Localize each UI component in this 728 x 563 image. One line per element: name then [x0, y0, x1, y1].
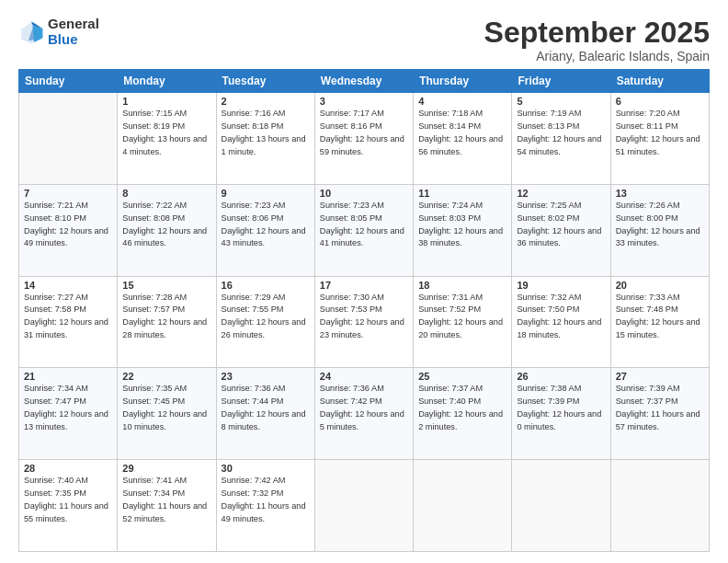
- day-number: 18: [418, 280, 506, 291]
- day-info: Sunrise: 7:17 AMSunset: 8:16 PMDaylight:…: [320, 109, 404, 155]
- day-number: 16: [222, 280, 310, 291]
- day-info: Sunrise: 7:19 AMSunset: 8:13 PMDaylight:…: [517, 109, 601, 155]
- day-cell: 4 Sunrise: 7:18 AMSunset: 8:14 PMDayligh…: [414, 93, 512, 185]
- day-number: 7: [24, 188, 112, 199]
- day-cell: [414, 460, 512, 552]
- logo-icon: [18, 19, 44, 45]
- day-number: 28: [24, 463, 112, 474]
- day-cell: 21 Sunrise: 7:34 AMSunset: 7:47 PMDaylig…: [19, 368, 118, 460]
- day-cell: 3 Sunrise: 7:17 AMSunset: 8:16 PMDayligh…: [314, 93, 413, 185]
- week-row-2: 7 Sunrise: 7:21 AMSunset: 8:10 PMDayligh…: [19, 184, 710, 276]
- day-info: Sunrise: 7:29 AMSunset: 7:55 PMDaylight:…: [222, 293, 306, 339]
- day-number: 6: [616, 96, 704, 107]
- day-number: 24: [320, 371, 408, 382]
- day-cell: 15 Sunrise: 7:28 AMSunset: 7:57 PMDaylig…: [118, 276, 216, 368]
- day-number: 12: [517, 188, 605, 199]
- day-number: 22: [122, 371, 210, 382]
- day-cell: [512, 460, 610, 552]
- week-row-5: 28 Sunrise: 7:40 AMSunset: 7:35 PMDaylig…: [19, 460, 710, 552]
- day-number: 25: [418, 371, 506, 382]
- day-info: Sunrise: 7:21 AMSunset: 8:10 PMDaylight:…: [24, 201, 108, 247]
- day-cell: 29 Sunrise: 7:41 AMSunset: 7:34 PMDaylig…: [118, 460, 216, 552]
- day-info: Sunrise: 7:41 AMSunset: 7:34 PMDaylight:…: [122, 476, 207, 523]
- day-info: Sunrise: 7:30 AMSunset: 7:53 PMDaylight:…: [320, 293, 404, 339]
- day-number: 11: [418, 188, 506, 199]
- day-cell: 16 Sunrise: 7:29 AMSunset: 7:55 PMDaylig…: [216, 276, 314, 368]
- day-cell: 1 Sunrise: 7:15 AMSunset: 8:19 PMDayligh…: [118, 93, 216, 185]
- day-info: Sunrise: 7:36 AMSunset: 7:42 PMDaylight:…: [320, 384, 404, 431]
- day-number: 26: [517, 371, 605, 382]
- day-number: 20: [616, 280, 704, 291]
- day-cell: 27 Sunrise: 7:39 AMSunset: 7:37 PMDaylig…: [610, 368, 709, 460]
- day-info: Sunrise: 7:42 AMSunset: 7:32 PMDaylight:…: [222, 476, 306, 523]
- day-info: Sunrise: 7:15 AMSunset: 8:19 PMDaylight:…: [122, 109, 207, 155]
- day-cell: 12 Sunrise: 7:25 AMSunset: 8:02 PMDaylig…: [512, 184, 610, 276]
- day-cell: 9 Sunrise: 7:23 AMSunset: 8:06 PMDayligh…: [216, 184, 314, 276]
- week-row-1: 1 Sunrise: 7:15 AMSunset: 8:19 PMDayligh…: [19, 93, 710, 185]
- day-cell: 6 Sunrise: 7:20 AMSunset: 8:11 PMDayligh…: [610, 93, 709, 185]
- day-info: Sunrise: 7:16 AMSunset: 8:18 PMDaylight:…: [222, 109, 306, 155]
- day-number: 15: [122, 280, 210, 291]
- day-info: Sunrise: 7:20 AMSunset: 8:11 PMDaylight:…: [616, 109, 700, 155]
- calendar-body: 1 Sunrise: 7:15 AMSunset: 8:19 PMDayligh…: [19, 93, 710, 552]
- day-info: Sunrise: 7:34 AMSunset: 7:47 PMDaylight:…: [24, 384, 108, 431]
- day-info: Sunrise: 7:23 AMSunset: 8:06 PMDaylight:…: [222, 201, 306, 247]
- day-info: Sunrise: 7:26 AMSunset: 8:00 PMDaylight:…: [616, 201, 700, 247]
- logo-general: General: [48, 17, 99, 32]
- calendar-title: September 2025: [484, 17, 710, 49]
- day-info: Sunrise: 7:32 AMSunset: 7:50 PMDaylight:…: [517, 293, 601, 339]
- day-info: Sunrise: 7:23 AMSunset: 8:05 PMDaylight:…: [320, 201, 404, 247]
- day-cell: 22 Sunrise: 7:35 AMSunset: 7:45 PMDaylig…: [118, 368, 216, 460]
- day-info: Sunrise: 7:22 AMSunset: 8:08 PMDaylight:…: [122, 201, 207, 247]
- day-cell: [19, 93, 118, 185]
- day-number: 9: [222, 188, 310, 199]
- day-number: 8: [122, 188, 210, 199]
- header-cell-thursday: Thursday: [414, 70, 512, 93]
- day-cell: 10 Sunrise: 7:23 AMSunset: 8:05 PMDaylig…: [314, 184, 413, 276]
- header-cell-tuesday: Tuesday: [216, 70, 314, 93]
- logo-blue: Blue: [48, 32, 99, 48]
- header-row: SundayMondayTuesdayWednesdayThursdayFrid…: [19, 70, 710, 93]
- day-number: 13: [616, 188, 704, 199]
- day-info: Sunrise: 7:39 AMSunset: 7:37 PMDaylight:…: [616, 384, 700, 431]
- day-number: 2: [222, 96, 310, 107]
- calendar-page: General Blue September 2025 Ariany, Bale…: [0, 0, 728, 563]
- day-info: Sunrise: 7:35 AMSunset: 7:45 PMDaylight:…: [122, 384, 207, 431]
- header-cell-sunday: Sunday: [19, 70, 118, 93]
- day-info: Sunrise: 7:31 AMSunset: 7:52 PMDaylight:…: [418, 293, 503, 339]
- day-cell: 25 Sunrise: 7:37 AMSunset: 7:40 PMDaylig…: [414, 368, 512, 460]
- day-info: Sunrise: 7:38 AMSunset: 7:39 PMDaylight:…: [517, 384, 601, 431]
- day-number: 10: [320, 188, 408, 199]
- day-info: Sunrise: 7:36 AMSunset: 7:44 PMDaylight:…: [222, 384, 306, 431]
- title-block: September 2025 Ariany, Balearic Islands,…: [484, 17, 710, 63]
- day-cell: 19 Sunrise: 7:32 AMSunset: 7:50 PMDaylig…: [512, 276, 610, 368]
- day-number: 17: [320, 280, 408, 291]
- svg-marker-3: [33, 25, 43, 42]
- day-cell: 28 Sunrise: 7:40 AMSunset: 7:35 PMDaylig…: [19, 460, 118, 552]
- day-cell: 23 Sunrise: 7:36 AMSunset: 7:44 PMDaylig…: [216, 368, 314, 460]
- day-info: Sunrise: 7:28 AMSunset: 7:57 PMDaylight:…: [122, 293, 207, 339]
- header-cell-saturday: Saturday: [610, 70, 709, 93]
- day-cell: 2 Sunrise: 7:16 AMSunset: 8:18 PMDayligh…: [216, 93, 314, 185]
- header-cell-monday: Monday: [118, 70, 216, 93]
- day-cell: [314, 460, 413, 552]
- day-number: 19: [517, 280, 605, 291]
- day-info: Sunrise: 7:25 AMSunset: 8:02 PMDaylight:…: [517, 201, 601, 247]
- day-cell: 11 Sunrise: 7:24 AMSunset: 8:03 PMDaylig…: [414, 184, 512, 276]
- day-number: 29: [122, 463, 210, 474]
- week-row-4: 21 Sunrise: 7:34 AMSunset: 7:47 PMDaylig…: [19, 368, 710, 460]
- day-number: 5: [517, 96, 605, 107]
- day-number: 23: [222, 371, 310, 382]
- day-cell: 5 Sunrise: 7:19 AMSunset: 8:13 PMDayligh…: [512, 93, 610, 185]
- day-cell: 7 Sunrise: 7:21 AMSunset: 8:10 PMDayligh…: [19, 184, 118, 276]
- day-cell: 14 Sunrise: 7:27 AMSunset: 7:58 PMDaylig…: [19, 276, 118, 368]
- day-number: 21: [24, 371, 112, 382]
- day-cell: 8 Sunrise: 7:22 AMSunset: 8:08 PMDayligh…: [118, 184, 216, 276]
- week-row-3: 14 Sunrise: 7:27 AMSunset: 7:58 PMDaylig…: [19, 276, 710, 368]
- day-number: 3: [320, 96, 408, 107]
- logo-text: General Blue: [48, 17, 99, 47]
- header: General Blue September 2025 Ariany, Bale…: [18, 17, 710, 63]
- day-info: Sunrise: 7:27 AMSunset: 7:58 PMDaylight:…: [24, 293, 108, 339]
- day-cell: [610, 460, 709, 552]
- day-info: Sunrise: 7:18 AMSunset: 8:14 PMDaylight:…: [418, 109, 503, 155]
